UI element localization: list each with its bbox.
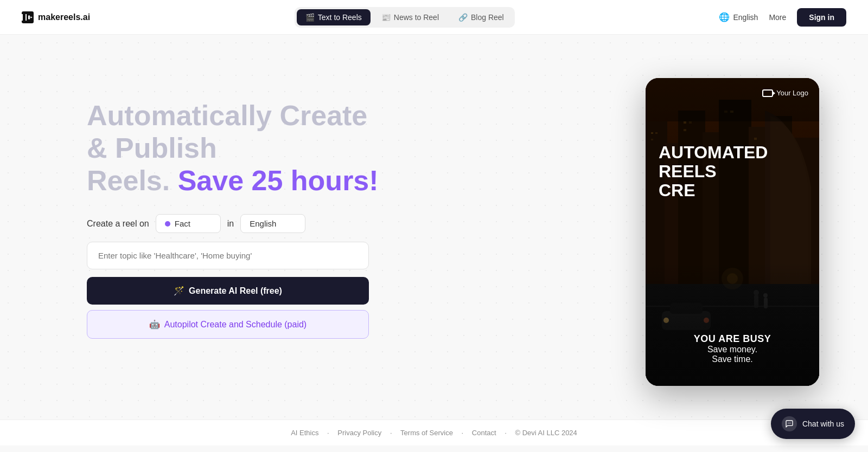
- topic-input-wrap: [87, 242, 391, 269]
- pill-dot: [165, 221, 170, 227]
- header: makereels.ai 🎬 Text to Reels 📰 News to R…: [0, 0, 868, 35]
- footer-link-terms[interactable]: Terms of Service: [400, 429, 453, 437]
- footer-separator-1: ·: [327, 429, 331, 437]
- phone-tagline1: YOU ARE BUSY: [646, 333, 819, 345]
- phone-headline: AUTOMATED REELS CRE: [659, 143, 806, 201]
- autopilot-button[interactable]: 🤖 Autopilot Create and Schedule (paid): [87, 310, 369, 339]
- language-dropdown-label: English: [250, 219, 276, 228]
- footer-link-ai-ethics[interactable]: AI Ethics: [291, 429, 318, 437]
- chat-icon: [782, 416, 797, 431]
- phone-logo-icon: [762, 89, 773, 97]
- phone-tagline2: Save money.: [646, 345, 819, 354]
- tab-text-to-reels-label: Text to Reels: [318, 13, 362, 22]
- logo-text: makereels.ai: [38, 12, 90, 22]
- phone-line3: CRE: [659, 180, 695, 200]
- footer-link-contact[interactable]: Contact: [472, 429, 496, 437]
- phone-logo-text: Your Logo: [776, 89, 808, 97]
- video-icon: 🎬: [305, 13, 315, 22]
- more-button[interactable]: More: [769, 13, 786, 22]
- phone-main-text: AUTOMATED REELS CRE: [659, 143, 806, 201]
- phone-preview: Your Logo AUTOMATED REELS CRE YOU ARE BU…: [646, 78, 825, 386]
- svg-rect-16: [689, 121, 692, 124]
- header-right: 🌐 English More Sign in: [719, 8, 846, 27]
- footer-copyright: © Devi AI LLC 2024: [515, 429, 577, 437]
- svg-rect-20: [754, 138, 757, 140]
- svg-rect-15: [684, 121, 686, 124]
- logo[interactable]: makereels.ai: [22, 11, 90, 23]
- language-label: English: [733, 13, 758, 22]
- robot-icon: 🤖: [149, 319, 160, 330]
- generate-button[interactable]: 🪄 Generate AI Reel (free): [87, 277, 369, 305]
- footer-link-privacy[interactable]: Privacy Policy: [337, 429, 381, 437]
- svg-point-38: [790, 423, 790, 423]
- main-content: Automatically Create & Publish Reels. Sa…: [0, 35, 868, 419]
- generate-button-label: Generate AI Reel (free): [189, 286, 282, 296]
- logo-icon: [22, 11, 34, 23]
- phone-background: Your Logo AUTOMATED REELS CRE YOU ARE BU…: [646, 78, 819, 386]
- chat-widget-label: Chat with us: [802, 419, 844, 428]
- headline-highlight: Save 25 hours!: [178, 165, 379, 196]
- svg-rect-13: [655, 132, 658, 134]
- tab-news-to-reel-label: News to Reel: [394, 13, 439, 22]
- svg-rect-14: [651, 139, 653, 140]
- left-content: Automatically Create & Publish Reels. Sa…: [87, 78, 391, 339]
- phone-line2: REELS: [659, 162, 717, 181]
- in-label: in: [227, 219, 234, 229]
- svg-point-37: [789, 423, 789, 423]
- phone-bottom-text: YOU ARE BUSY Save money. Save time.: [646, 333, 819, 364]
- phone-frame: Your Logo AUTOMATED REELS CRE YOU ARE BU…: [646, 78, 819, 386]
- svg-rect-0: [27, 14, 34, 21]
- language-selector[interactable]: 🌐 English: [719, 12, 758, 22]
- phone-logo: Your Logo: [762, 89, 808, 97]
- tab-blog-reel[interactable]: 🔗 Blog Reel: [450, 9, 513, 25]
- link-icon: 🔗: [458, 13, 468, 22]
- autopilot-button-label: Autopilot Create and Schedule (paid): [164, 320, 307, 330]
- headline-part2: Reels.: [87, 165, 178, 196]
- phone-tagline3: Save time.: [646, 354, 819, 364]
- wand-icon: 🪄: [174, 286, 184, 296]
- svg-rect-35: [646, 78, 819, 121]
- headline-part1: Automatically Create & Publish: [87, 100, 367, 164]
- svg-rect-12: [651, 132, 653, 134]
- headline: Automatically Create & Publish Reels. Sa…: [87, 100, 391, 197]
- nav-tabs: 🎬 Text to Reels 📰 News to Reel 🔗 Blog Re…: [295, 7, 515, 28]
- globe-icon: 🌐: [719, 12, 730, 22]
- tab-news-to-reel[interactable]: 📰 News to Reel: [373, 9, 448, 25]
- footer: AI Ethics · Privacy Policy · Terms of Se…: [0, 419, 868, 445]
- news-icon: 📰: [381, 13, 391, 22]
- topic-dropdown-label: Fact: [175, 219, 190, 228]
- footer-separator-3: ·: [462, 429, 465, 437]
- svg-point-36: [788, 423, 788, 423]
- topic-dropdown[interactable]: Fact: [156, 214, 221, 233]
- phone-line1: AUTOMATED: [659, 143, 768, 162]
- topic-input[interactable]: [87, 242, 369, 269]
- create-reel-label: Create a reel on: [87, 219, 149, 229]
- create-reel-row: Create a reel on Fact in English: [87, 214, 391, 233]
- tab-text-to-reels[interactable]: 🎬 Text to Reels: [297, 9, 371, 25]
- footer-separator-2: ·: [390, 429, 394, 437]
- signin-button[interactable]: Sign in: [797, 8, 846, 27]
- tab-blog-reel-label: Blog Reel: [471, 13, 504, 22]
- svg-rect-34: [646, 262, 819, 386]
- footer-separator-4: ·: [505, 429, 508, 437]
- language-dropdown[interactable]: English: [240, 214, 305, 233]
- chat-widget[interactable]: Chat with us: [771, 409, 855, 439]
- svg-rect-17: [684, 129, 686, 131]
- svg-rect-1: [28, 15, 30, 19]
